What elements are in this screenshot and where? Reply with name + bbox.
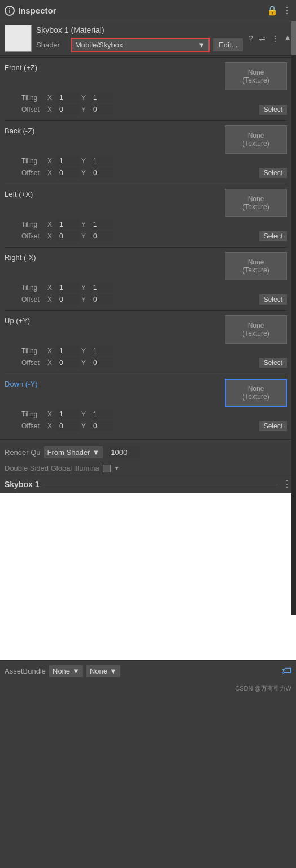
- tag-icon: 🏷: [281, 665, 291, 677]
- up-offset-x[interactable]: [56, 358, 79, 368]
- render-queue-value[interactable]: [106, 446, 140, 458]
- up-tiling-row: Tiling X Y: [5, 346, 287, 356]
- chevron-up-icon[interactable]: ▲: [284, 33, 291, 42]
- texture-block-right: Right (-X) None (Texture) Tiling X Y Off…: [5, 252, 287, 305]
- left-thumb[interactable]: None (Texture): [225, 189, 287, 217]
- right-select-button[interactable]: Select: [259, 294, 287, 305]
- down-thumb[interactable]: None (Texture): [225, 379, 287, 407]
- assetbundle-dropdown2[interactable]: None ▼: [86, 665, 120, 677]
- front-tiling-x[interactable]: [56, 93, 79, 103]
- left-tiling-x[interactable]: [56, 219, 79, 229]
- right-offset-y[interactable]: [90, 294, 113, 305]
- texture-block-up: Up (+Y) None (Texture) Tiling X Y Offset…: [5, 315, 287, 368]
- texture-section: Front (+Z) None (Texture) Tiling X Y Off…: [0, 59, 291, 438]
- left-offset-row: Offset X Y Select: [5, 231, 287, 241]
- back-label: Back (-Z): [5, 125, 221, 135]
- scrollbar[interactable]: [291, 21, 296, 615]
- info-icon: i: [5, 6, 15, 16]
- header-icons: 🔒 ⋮: [267, 5, 291, 16]
- dropdown-arrow-icon: ▼: [198, 41, 205, 49]
- back-tiling-row: Tiling X Y: [5, 156, 287, 166]
- down-label: Down (-Y): [5, 379, 221, 388]
- assetbundle-dropdown1[interactable]: None ▼: [49, 665, 83, 677]
- render-queue-section: Render Qu From Shader ▼: [0, 443, 291, 462]
- down-tiling-x[interactable]: [56, 409, 79, 419]
- back-select-button[interactable]: Select: [259, 168, 287, 178]
- down-tiling-y[interactable]: [90, 409, 113, 419]
- up-label: Up (+Y): [5, 315, 221, 325]
- front-select-button[interactable]: Select: [259, 105, 287, 115]
- up-tiling-x[interactable]: [56, 346, 79, 356]
- shader-dropdown[interactable]: Mobile/Skybox ▼: [71, 38, 210, 52]
- down-select-button[interactable]: Select: [259, 421, 287, 431]
- lock-icon[interactable]: 🔒: [267, 5, 278, 16]
- up-tiling-y[interactable]: [90, 346, 113, 356]
- back-offset-y[interactable]: [90, 168, 113, 178]
- skybox-menu-icon[interactable]: ⋮: [282, 479, 291, 489]
- skybox-footer: Skybox 1 ⋮: [0, 475, 296, 493]
- left-tiling-y[interactable]: [90, 219, 113, 229]
- front-thumb[interactable]: None (Texture): [225, 62, 287, 90]
- down-offset-x[interactable]: [56, 421, 79, 431]
- front-label: Front (+Z): [5, 62, 221, 72]
- front-tiling-y[interactable]: [90, 93, 113, 103]
- render-queue-dropdown[interactable]: From Shader ▼: [44, 446, 103, 458]
- right-tiling-y[interactable]: [90, 283, 113, 293]
- front-offset-x[interactable]: [56, 105, 79, 115]
- back-offset-x[interactable]: [56, 168, 79, 178]
- right-tiling-x[interactable]: [56, 283, 79, 293]
- right-offset-x[interactable]: [56, 294, 79, 305]
- back-tiling-y[interactable]: [90, 156, 113, 166]
- help-icon[interactable]: ?: [247, 33, 254, 44]
- back-tiling-x[interactable]: [56, 156, 79, 166]
- down-main-row: Down (-Y) None (Texture): [5, 379, 287, 407]
- up-tiling-offset: Tiling X Y Offset X Y Select: [5, 346, 287, 368]
- right-tiling-row: Tiling X Y: [5, 283, 287, 293]
- back-main-row: Back (-Z) None (Texture): [5, 125, 287, 154]
- front-offset-row: Offset X Y Select: [5, 105, 287, 115]
- skybox-divider-line: [43, 484, 278, 484]
- down-tiling-offset: Tiling X Y Offset X Y Select: [5, 409, 287, 431]
- scrollbar-thumb[interactable]: [291, 21, 296, 55]
- assetbundle-label: AssetBundle: [5, 667, 46, 675]
- down-offset-y[interactable]: [90, 421, 113, 431]
- front-offset-y[interactable]: [90, 105, 113, 115]
- right-offset-row: Offset X Y Select: [5, 294, 287, 305]
- up-offset-row: Offset X Y Select: [5, 358, 287, 368]
- front-tiling-offset: Tiling X Y Offset X Y Select: [5, 93, 287, 115]
- more-icon[interactable]: ⋮: [270, 33, 280, 44]
- options-icon[interactable]: ⋮: [282, 5, 291, 16]
- settings-icon[interactable]: ⇌: [258, 33, 267, 44]
- texture-block-back: Back (-Z) None (Texture) Tiling X Y Offs…: [5, 125, 287, 178]
- skybox-footer-title: Skybox 1: [5, 480, 39, 489]
- bottom-bar: AssetBundle None ▼ None ▼ 🏷: [0, 660, 296, 682]
- texture-block-left: Left (+X) None (Texture) Tiling X Y Offs…: [5, 189, 287, 241]
- material-name: Skybox 1 (Material): [36, 25, 243, 34]
- texture-block-front: Front (+Z) None (Texture) Tiling X Y Off…: [5, 62, 287, 115]
- double-sided-label: Double Sided Global Illumina: [5, 464, 99, 472]
- double-sided-arrow: ▼: [114, 465, 120, 471]
- edit-button[interactable]: Edit...: [213, 38, 243, 51]
- up-offset-y[interactable]: [90, 358, 113, 368]
- left-offset-y[interactable]: [90, 231, 113, 241]
- right-thumb[interactable]: None (Texture): [225, 252, 287, 280]
- left-tiling-offset: Tiling X Y Offset X Y Select: [5, 219, 287, 241]
- inspector-header: i Inspector 🔒 ⋮: [0, 0, 296, 21]
- shader-row: Shader Mobile/Skybox ▼ Edit...: [36, 38, 243, 52]
- front-tiling-row: Tiling X Y: [5, 93, 287, 103]
- right-main-row: Right (-X) None (Texture): [5, 252, 287, 280]
- white-canvas-area: [0, 493, 296, 660]
- left-select-button[interactable]: Select: [259, 231, 287, 241]
- double-sided-checkbox[interactable]: [103, 465, 111, 472]
- right-tiling-offset: Tiling X Y Offset X Y Select: [5, 283, 287, 305]
- back-tiling-offset: Tiling X Y Offset X Y Select: [5, 156, 287, 178]
- left-offset-x[interactable]: [56, 231, 79, 241]
- up-select-button[interactable]: Select: [259, 358, 287, 368]
- material-icons: ? ⇌ ⋮ ▲: [247, 33, 291, 44]
- back-offset-row: Offset X Y Select: [5, 168, 287, 178]
- back-thumb[interactable]: None (Texture): [225, 125, 287, 154]
- left-label: Left (+X): [5, 189, 221, 198]
- texture-block-down: Down (-Y) None (Texture) Tiling X Y Offs…: [5, 379, 287, 431]
- up-thumb[interactable]: None (Texture): [225, 315, 287, 344]
- rq-dropdown-arrow: ▼: [92, 448, 99, 457]
